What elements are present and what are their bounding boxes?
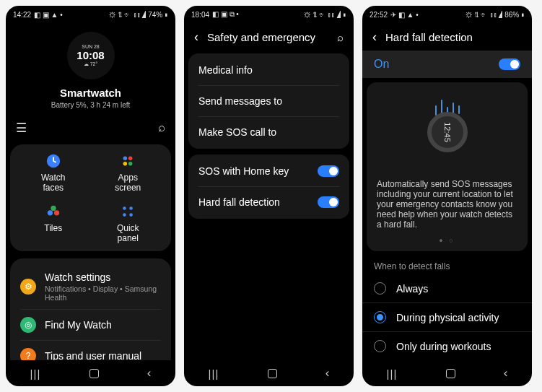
svg-point-8 (123, 206, 126, 210)
settings-list: ⚙ Watch settings Notifications • Display… (10, 258, 171, 360)
list-label: Find My Watch (45, 319, 112, 331)
nav-home[interactable] (446, 369, 455, 378)
watchface-preview[interactable]: SUN 28 10:08 ☁ 72° (64, 29, 118, 82)
row-label: Make SOS call to (198, 126, 339, 138)
list-sub: Notifications • Display • Samsung Health (45, 284, 161, 302)
svg-point-7 (51, 206, 56, 211)
gear-icon: ⚙ (20, 279, 36, 295)
grid-label: Apps screen (115, 173, 141, 193)
status-left-icons: ✈ ◧ ▲ • (390, 11, 419, 19)
fall-illustration: 12:45 (377, 92, 517, 172)
device-name: Smartwatch (6, 87, 175, 99)
section-contacts: Medical info Send messages to Make SOS c… (188, 53, 349, 149)
svg-point-2 (128, 157, 133, 161)
android-navbar: ||| ‹ (6, 360, 175, 386)
row-hard-fall-detection[interactable]: Hard fall detection (198, 187, 339, 217)
status-left-icons: ◧ ▣ ▲ • (34, 11, 63, 19)
battery-status: Battery 5%, 3 h 24 m left (6, 101, 175, 109)
phone-screen-wearable-app: 14:22 ◧ ▣ ▲ • ⚙ ⇅ ᯤ ⫾⫾ ◢ 74% ▮ SUN 28 10… (6, 6, 175, 386)
illus-time: 12:45 (443, 122, 452, 142)
search-icon[interactable]: ⌕ (337, 31, 344, 43)
row-label: SOS with Home key (198, 165, 318, 177)
grid-quick-panel[interactable]: Quick panel (91, 204, 166, 244)
tips-icon: ? (20, 348, 36, 360)
grid-label: Watch faces (41, 173, 66, 193)
radio-icon (374, 282, 386, 295)
watch-icon: 12:45 (427, 112, 468, 152)
nav-recents[interactable]: ||| (209, 367, 219, 380)
status-time: 22:52 (370, 11, 388, 19)
list-item-tips[interactable]: ? Tips and user manual (20, 341, 161, 360)
page-indicator: ● ○ (377, 237, 517, 244)
row-label: Hard fall detection (198, 196, 318, 208)
nav-recents[interactable]: ||| (30, 367, 41, 380)
status-right-icons: ⚙ ⇅ ᯤ ⫾⫾ ◢ ▮ (304, 11, 346, 19)
section-header: When to detect falls (362, 256, 532, 274)
grid-watch-faces[interactable]: Watch faces (16, 153, 91, 193)
watchface-time: 10:08 (77, 49, 104, 61)
status-bar: 18:04 ◧ ▣ ⧉ • ⚙ ⇅ ᯤ ⫾⫾ ◢ ▮ (184, 6, 354, 23)
back-icon[interactable]: ‹ (372, 30, 377, 43)
list-label: Watch settings (45, 271, 161, 283)
apps-icon (120, 153, 136, 169)
radio-option-physical-activity[interactable]: During physical activity (362, 303, 532, 332)
quick-grid: Watch faces Apps screen Tiles Quick pane… (10, 144, 171, 251)
toggle-switch[interactable] (499, 58, 520, 70)
nav-back[interactable]: ‹ (147, 366, 152, 380)
nav-back[interactable]: ‹ (325, 366, 330, 380)
info-card: 12:45 Automatically send SOS messages in… (367, 82, 528, 251)
status-time: 14:22 (13, 11, 31, 19)
svg-point-10 (123, 213, 126, 217)
radio-label: Only during workouts (396, 341, 491, 352)
phone-screen-falldetect: 22:52 ✈ ◧ ▲ • ⚙ ⇅ ᯤ ⫾⫾ ◢ 86% ▮ ‹ Hard fa… (362, 6, 532, 386)
status-right-icons: ⚙ ⇅ ᯤ ⫾⫾ ◢ 86% ▮ (465, 11, 525, 19)
list-item-find-my-watch[interactable]: ◎ Find My Watch (20, 310, 161, 341)
toggle-switch[interactable] (318, 165, 339, 177)
watchface-sub: ☁ 72° (84, 61, 98, 67)
status-right-icons: ⚙ ⇅ ᯤ ⫾⫾ ◢ 74% ▮ (109, 11, 168, 19)
radio-group-detect-falls: Always During physical activity Only dur… (362, 274, 532, 360)
status-bar: 14:22 ◧ ▣ ▲ • ⚙ ⇅ ᯤ ⫾⫾ ◢ 74% ▮ (6, 6, 175, 23)
radio-label: Always (396, 283, 428, 295)
nav-back[interactable]: ‹ (504, 366, 508, 380)
tiles-icon (45, 204, 61, 219)
row-send-messages[interactable]: Send messages to (198, 86, 339, 117)
grid-label: Tiles (44, 223, 62, 233)
svg-point-3 (123, 162, 128, 166)
row-sos-call[interactable]: Make SOS call to (198, 117, 339, 147)
title-bar: ‹ Hard fall detection (362, 23, 532, 51)
list-item-watch-settings[interactable]: ⚙ Watch settings Notifications • Display… (20, 264, 161, 310)
row-label: Medical info (198, 64, 339, 76)
menu-icon[interactable]: ☰ (16, 121, 26, 136)
locate-icon: ◎ (20, 317, 36, 333)
row-sos-home-key[interactable]: SOS with Home key (198, 156, 339, 187)
svg-point-9 (130, 206, 134, 210)
watch-faces-icon (45, 153, 61, 169)
grid-apps-screen[interactable]: Apps screen (91, 153, 166, 193)
svg-point-11 (130, 213, 134, 217)
svg-point-1 (123, 157, 128, 161)
nav-home[interactable] (89, 369, 99, 378)
search-icon[interactable]: ⌕ (158, 121, 165, 136)
watchface-header: SUN 28 10:08 ☁ 72° Smartwatch Battery 5%… (6, 23, 175, 113)
grid-tiles[interactable]: Tiles (16, 204, 91, 244)
android-navbar: ||| ‹ (184, 360, 354, 386)
row-medical-info[interactable]: Medical info (198, 55, 339, 86)
radio-option-always[interactable]: Always (362, 274, 532, 303)
list-label: Tips and user manual (45, 350, 141, 360)
svg-point-6 (54, 210, 59, 215)
radio-option-workouts[interactable]: Only during workouts (362, 332, 532, 360)
nav-recents[interactable]: ||| (387, 367, 398, 380)
back-icon[interactable]: ‹ (194, 30, 198, 43)
svg-point-5 (48, 210, 53, 215)
android-navbar: ||| ‹ (362, 360, 532, 386)
toggle-switch[interactable] (318, 196, 339, 208)
page-title: Hard fall detection (385, 31, 473, 43)
radio-icon (374, 311, 386, 323)
master-toggle-row[interactable]: On (362, 51, 532, 78)
status-bar: 22:52 ✈ ◧ ▲ • ⚙ ⇅ ᯤ ⫾⫾ ◢ 86% ▮ (362, 6, 532, 23)
nav-home[interactable] (268, 369, 277, 378)
page-title: Safety and emergency (207, 31, 315, 43)
description-text: Automatically send SOS messages includin… (377, 179, 517, 230)
quick-panel-icon (120, 204, 136, 219)
